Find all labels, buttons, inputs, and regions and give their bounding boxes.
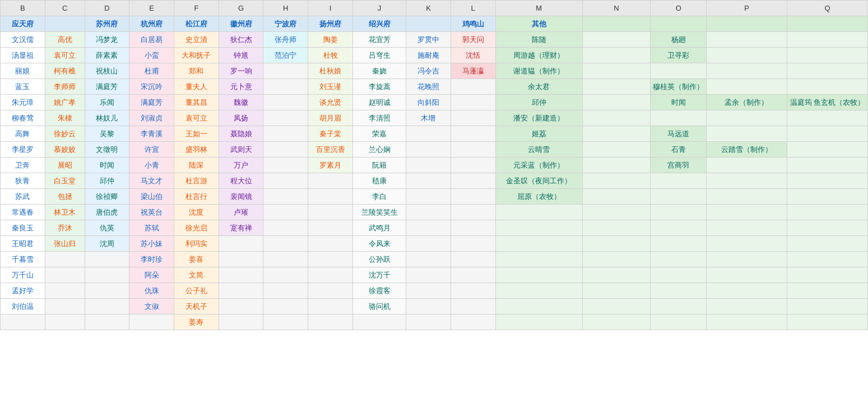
col-g-header[interactable]: G: [219, 1, 263, 16]
table-cell: [219, 252, 263, 267]
col-j-header[interactable]: J: [352, 1, 406, 16]
table-cell: [263, 267, 308, 283]
table-cell: [451, 314, 495, 330]
group-yingtianfu: 应天府: [1, 16, 45, 32]
col-p-header[interactable]: P: [707, 1, 787, 16]
cell-text: 白玉堂: [54, 177, 76, 185]
cell-text: 李清照: [369, 114, 391, 122]
table-cell: 吴黎: [85, 126, 129, 142]
table-row: 柳春莺朱棣林奴儿刘淑贞袁可立凤扬胡月眉李清照木增潘安（新建造）: [1, 110, 868, 126]
table-cell: [651, 299, 707, 314]
cell-text: 小蛮: [145, 51, 159, 59]
cell-text: 吕穹生: [369, 51, 391, 59]
table-cell: [406, 189, 451, 205]
table-cell: [707, 252, 787, 267]
cell-text: 木增: [421, 114, 435, 122]
table-row: 孟好学仇珠公子礼徐霞客: [1, 283, 868, 299]
table-cell: [263, 63, 308, 79]
cell-text: 花晚照: [417, 82, 439, 91]
cell-text: 范泊宁: [275, 51, 296, 59]
cell-text: 乐闻: [100, 98, 114, 107]
table-cell: 卫奔: [1, 158, 45, 173]
table-cell: 满庭芳: [129, 95, 174, 110]
table-cell: [707, 220, 787, 236]
table-cell: 杨廻: [651, 32, 707, 48]
cell-text: 姚广孝: [54, 98, 76, 107]
table-cell: [451, 95, 495, 110]
col-d-header[interactable]: D: [85, 1, 129, 16]
table-cell: 徐祯卿: [85, 189, 129, 205]
col-q-header[interactable]: Q: [787, 1, 867, 16]
group-ningbofu: 宁波府: [263, 16, 308, 32]
cell-text: 宫商羽: [667, 161, 689, 169]
table-cell: [787, 299, 867, 314]
cell-text: 徐妙云: [54, 129, 76, 138]
table-cell: [45, 299, 85, 314]
group-shaoxingfu: 绍兴府: [352, 16, 406, 32]
col-l-header[interactable]: L: [451, 1, 495, 16]
col-e-header[interactable]: E: [129, 1, 174, 16]
table-cell: 冯梦龙: [85, 32, 129, 48]
col-o-header[interactable]: O: [651, 1, 707, 16]
cell-text: 花宜芳: [369, 35, 391, 44]
table-cell: 金圣叹（夜间工作）: [495, 173, 582, 189]
table-cell: 柯有樵: [45, 63, 85, 79]
cell-text: 令风来: [369, 239, 391, 248]
table-cell: [451, 299, 495, 314]
table-cell: [263, 220, 308, 236]
cell-text: 李旋蒿: [369, 82, 391, 91]
table-cell: [451, 189, 495, 205]
table-row: 王昭君张山归沈周苏小妹利玛实令风来: [1, 236, 868, 252]
table-cell: [495, 252, 582, 267]
table-cell: 朱元璋: [1, 95, 45, 110]
cell-text: 文徵明: [96, 145, 118, 154]
col-m-header[interactable]: M: [495, 1, 582, 16]
table-cell: 李清照: [352, 110, 406, 126]
table-row: 丽娘柯有樵祝枝山杜甫郑和罗一响杜秋娘秦娆冯令吉马蓬瀛谢道韫（制作）: [1, 63, 868, 79]
table-cell: 武则天: [219, 142, 263, 158]
table-cell: 余太君: [495, 79, 582, 95]
table-cell: [263, 158, 308, 173]
table-cell: [263, 236, 308, 252]
table-cell: [707, 48, 787, 63]
cell-text: 狄仁杰: [230, 35, 252, 44]
col-n-header[interactable]: N: [582, 1, 651, 16]
col-b-header[interactable]: B: [1, 1, 45, 16]
col-i-header[interactable]: I: [308, 1, 353, 16]
cell-text: 满庭芳: [96, 82, 118, 91]
table-cell: [308, 189, 353, 205]
col-c-header[interactable]: C: [45, 1, 85, 16]
table-cell: [707, 267, 787, 283]
cell-text: 高优: [58, 35, 72, 44]
cell-text: 苏小妹: [141, 239, 163, 248]
table-cell: 马文才: [129, 173, 174, 189]
table-cell: [219, 283, 263, 299]
table-cell: 裴闻镜: [219, 189, 263, 205]
cell-text: 马蓬瀛: [462, 67, 484, 75]
table-cell: 利玛实: [174, 236, 219, 252]
table-cell: [406, 314, 451, 330]
table-cell: [308, 283, 353, 299]
cell-text: 文俶: [145, 302, 159, 311]
table-cell: 马远道: [651, 126, 707, 142]
cell-text: 时闻: [671, 98, 686, 107]
table-cell: 文俶: [129, 299, 174, 314]
table-cell: 范泊宁: [263, 48, 308, 63]
table-cell: 丽娘: [1, 63, 45, 79]
table-cell: 钟馗: [219, 48, 263, 63]
table-row: 千暮雪李时珍姜喜公孙跃: [1, 252, 868, 267]
table-cell: 文简: [174, 267, 219, 283]
table-cell: [308, 220, 353, 236]
cell-text: 利玛实: [185, 239, 207, 248]
table-cell: 沈周: [85, 236, 129, 252]
cell-text: 嵇康: [372, 177, 387, 185]
table-cell: [495, 267, 582, 283]
col-f-header[interactable]: F: [174, 1, 219, 16]
table-cell: 杜牧: [308, 48, 353, 63]
table-cell: 姬荔: [495, 126, 582, 142]
cell-text: 唐伯虎: [96, 208, 118, 216]
col-k-header[interactable]: K: [406, 1, 451, 16]
cell-text: 谈允贤: [319, 98, 341, 107]
col-h-header[interactable]: H: [263, 1, 308, 16]
table-cell: 令风来: [352, 236, 406, 252]
